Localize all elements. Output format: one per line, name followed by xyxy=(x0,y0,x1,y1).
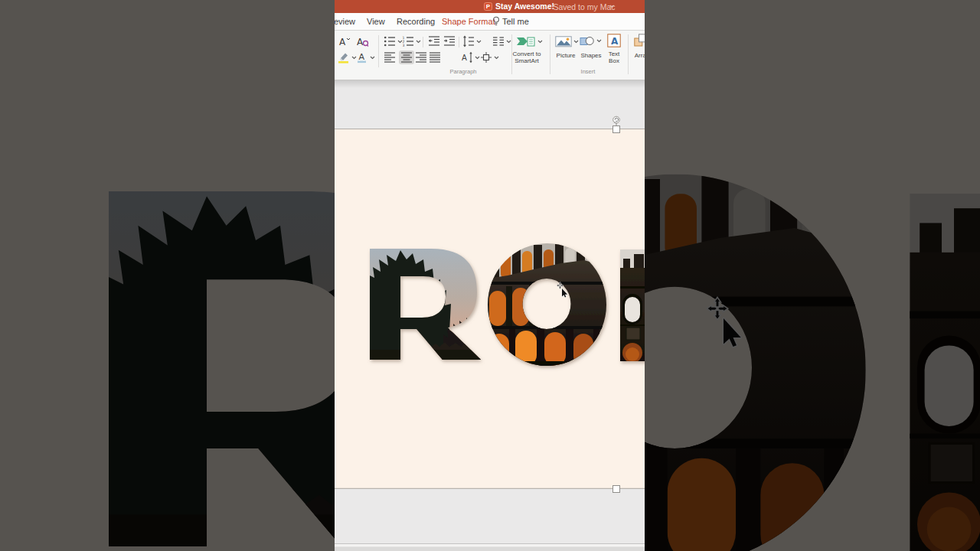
ribbon: Paragraph Convert to SmartArt Picture Sh… xyxy=(335,31,645,80)
tab-view[interactable]: View xyxy=(367,17,385,26)
shapes-button[interactable] xyxy=(580,34,602,47)
font-color-button[interactable] xyxy=(356,51,375,64)
text-box-button[interactable] xyxy=(607,34,621,47)
divider xyxy=(459,37,459,47)
titlebar: P Stay Awesome! — Saved to my Mac xyxy=(335,0,645,13)
arrange-icon xyxy=(634,34,645,47)
divider xyxy=(423,37,423,47)
bullets-button[interactable] xyxy=(384,35,403,47)
ribbon-shadow xyxy=(335,80,645,88)
justify-button[interactable] xyxy=(429,51,441,64)
highlight-color-button[interactable] xyxy=(338,51,357,64)
align-right-button[interactable] xyxy=(415,51,427,64)
insert-group-label: Insert xyxy=(557,68,619,75)
tell-me-bulb-icon xyxy=(492,16,500,27)
picture-icon xyxy=(555,34,572,48)
save-status[interactable]: — Saved to my Mac xyxy=(543,2,616,11)
decrease-indent-button[interactable] xyxy=(428,35,440,47)
picture-button[interactable] xyxy=(555,34,579,48)
statusbar xyxy=(335,547,645,551)
line-spacing-button[interactable] xyxy=(462,35,482,47)
group-divider xyxy=(378,35,379,67)
convert-to-smartart-button[interactable] xyxy=(516,34,543,48)
text-direction-button[interactable] xyxy=(461,51,480,64)
group-divider xyxy=(628,34,629,74)
tab-tell-me[interactable]: Tell me xyxy=(502,17,529,26)
tab-recording[interactable]: Recording xyxy=(397,17,435,26)
text-box-icon xyxy=(607,34,621,47)
slide-workspace xyxy=(335,80,645,551)
align-center-button[interactable] xyxy=(399,51,414,64)
powerpoint-app-icon: P xyxy=(484,2,492,11)
shapes-label: Shapes xyxy=(576,52,606,59)
tab-review[interactable]: Review xyxy=(335,17,355,26)
align-text-button[interactable] xyxy=(480,51,499,64)
shrink-font-button[interactable] xyxy=(338,35,351,47)
workspace-bottom xyxy=(335,489,645,543)
shapes-icon xyxy=(580,34,595,47)
arrange-label: Arrange xyxy=(630,52,645,59)
tab-shape-format[interactable]: Shape Format xyxy=(442,17,495,26)
arrange-button[interactable] xyxy=(634,34,645,47)
smartart-icon xyxy=(516,34,536,48)
powerpoint-window: P Stay Awesome! — Saved to my Mac Review… xyxy=(335,0,645,551)
paragraph-group-label: Paragraph xyxy=(433,68,494,75)
screen: A A A 123 A A xyxy=(0,0,980,551)
resize-handle-top[interactable] xyxy=(613,126,620,133)
clear-formatting-button[interactable] xyxy=(357,35,369,47)
text-box-label: Text Box xyxy=(603,51,626,64)
numbering-button[interactable] xyxy=(402,35,421,47)
columns-button[interactable] xyxy=(492,35,511,47)
group-divider xyxy=(550,34,550,74)
convert-to-smartart-label: Convert to SmartArt xyxy=(507,51,547,64)
status-chevron-icon[interactable] xyxy=(609,5,615,8)
increase-indent-button[interactable] xyxy=(443,35,456,47)
resize-handle-bottom[interactable] xyxy=(613,486,620,493)
statusbar-highlight xyxy=(335,544,645,547)
align-left-button[interactable] xyxy=(384,51,396,64)
letter-m-picture[interactable] xyxy=(617,249,645,363)
ribbon-tab-bar: Review View Recording Shape Format Tell … xyxy=(335,13,645,31)
